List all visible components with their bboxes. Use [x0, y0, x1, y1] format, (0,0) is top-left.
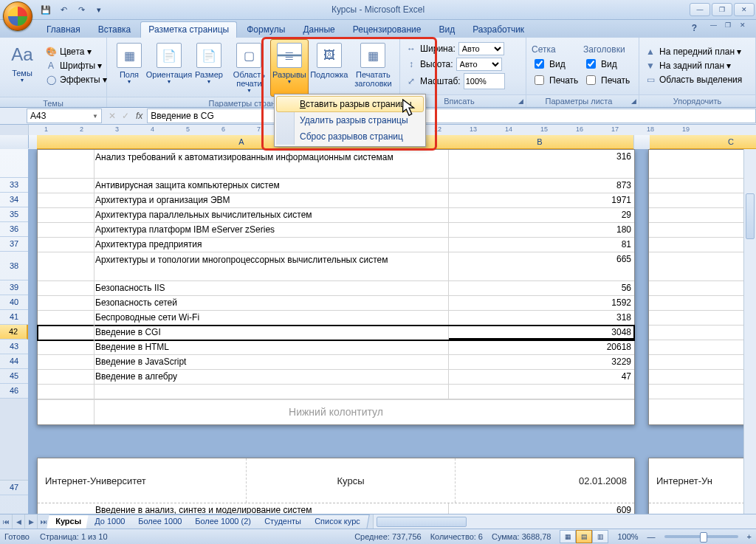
sheet-tab[interactable]: Список курс [306, 514, 369, 529]
cell-b[interactable]: 316 [449, 150, 634, 178]
print-area-button[interactable]: ▢Область печати▼ [230, 39, 269, 97]
table-row[interactable]: Антивирусная защита компьютерных систем8… [38, 179, 634, 193]
table-row[interactable]: Безопасность сетей1592 [38, 296, 634, 311]
zoom-out[interactable]: — [647, 532, 656, 541]
cell-b[interactable]: 1592 [449, 296, 634, 310]
cell-c[interactable] [649, 370, 744, 384]
fx-icon[interactable]: fx [136, 111, 142, 121]
tab-first[interactable]: ⏮ [0, 514, 13, 529]
maximize-button[interactable]: ❐ [712, 3, 732, 16]
cell-a[interactable]: Безопасность IIS [38, 281, 449, 295]
cell-c[interactable] [649, 252, 744, 280]
zoom-value[interactable]: 100% [617, 532, 638, 541]
row-header[interactable]: 34 [0, 193, 28, 207]
remove-page-break[interactable]: Удалить разрыв страницы [276, 112, 424, 128]
table-row[interactable] [649, 208, 744, 223]
cell-a[interactable]: Введение в CGI [38, 326, 449, 340]
background-button[interactable]: 🖼Подложка [310, 39, 348, 97]
tab-next[interactable]: ▶ [25, 514, 38, 529]
cell-c[interactable] [649, 281, 744, 295]
scale-width-input[interactable]: Авто [458, 42, 504, 55]
table-row[interactable]: Введение в CGI3048 [38, 326, 634, 340]
gridlines-view[interactable]: Вид [529, 56, 580, 72]
ribbon-help-icon[interactable]: ? [692, 23, 697, 33]
headings-view[interactable]: Вид [581, 56, 634, 72]
table-row[interactable]: Архитектура и организация ЭВМ1971 [38, 193, 634, 208]
table-row[interactable] [649, 252, 744, 281]
table-row[interactable]: Беспроводные сети Wi-Fi318 [38, 311, 634, 326]
cell-b[interactable]: 609 [449, 503, 634, 514]
table-row[interactable] [649, 385, 744, 399]
cell-a[interactable]: Беспроводные сети Wi-Fi [38, 311, 449, 325]
table-row[interactable] [649, 370, 744, 385]
tab-view[interactable]: Вид [430, 21, 463, 38]
qat-customize[interactable]: ▾ [92, 2, 106, 17]
theme-effects[interactable]: ◯Эффекты ▾ [43, 73, 109, 86]
table-row[interactable] [649, 326, 744, 340]
table-row[interactable]: Введение в алгебру47 [38, 370, 634, 385]
print-titles-button[interactable]: ▦Печатать заголовки [350, 39, 396, 97]
cell-b[interactable]: 180 [449, 223, 634, 237]
bring-to-front[interactable]: ▲На передний план ▾ [642, 45, 744, 58]
cell-b[interactable] [449, 385, 634, 399]
cell-a[interactable]: Архитектура платформ IBM eServer zSeries [38, 223, 449, 237]
cell-a[interactable]: Архитектуры и топологии многопроцессорны… [38, 252, 449, 280]
cell-c[interactable] [649, 193, 744, 207]
sheet-tab[interactable]: Курсы [47, 514, 90, 529]
table-row[interactable]: Анализ требований к автоматизированным и… [38, 150, 634, 179]
cell-a[interactable]: Анализ требований к автоматизированным и… [38, 150, 449, 178]
col-header-b[interactable]: B [446, 135, 634, 150]
table-row[interactable]: Введение в JavaScript3229 [38, 355, 634, 370]
tab-home[interactable]: Главная [38, 21, 89, 38]
table-row[interactable]: Архитектура параллельных вычислительных … [38, 208, 634, 223]
cell-b[interactable]: 29 [449, 208, 634, 222]
row-header[interactable]: 41 [0, 310, 28, 325]
cell-c[interactable] [649, 355, 744, 369]
table-row[interactable] [649, 355, 744, 370]
cell-b[interactable]: 318 [449, 311, 634, 325]
table-row[interactable] [38, 385, 634, 399]
cell-a[interactable]: Введение в HTML [38, 340, 449, 354]
row-header[interactable]: 38 [0, 252, 28, 280]
col-header-c[interactable]: C [650, 135, 756, 150]
cell-c[interactable] [649, 385, 744, 399]
row-header[interactable]: 39 [0, 280, 28, 295]
row-header[interactable]: 35 [0, 207, 28, 222]
cell-a[interactable]: Архитектура предприятия [38, 238, 449, 252]
cell-a[interactable]: Безопасность сетей [38, 296, 449, 310]
row-header[interactable]: 33 [0, 178, 28, 193]
scale-percent-input[interactable] [464, 73, 505, 89]
view-normal[interactable]: ▦ [560, 530, 576, 543]
table-row[interactable] [649, 340, 744, 355]
row-header[interactable]: 40 [0, 295, 28, 310]
row-header[interactable]: 43 [0, 340, 28, 354]
table-row[interactable] [649, 179, 744, 193]
send-to-back[interactable]: ▼На задний план ▾ [642, 59, 744, 72]
row-header[interactable]: 44 [0, 354, 28, 369]
cell-a[interactable] [38, 385, 449, 399]
tab-review[interactable]: Рецензирование [345, 21, 430, 38]
themes-button[interactable]: Aa Темы ▼ [3, 39, 41, 97]
zoom-slider[interactable] [664, 535, 738, 538]
table-row[interactable] [649, 223, 744, 238]
table-row[interactable] [649, 281, 744, 296]
sheetoptions-launcher[interactable]: ◢ [631, 95, 636, 107]
office-button[interactable] [3, 1, 32, 31]
mdi-close[interactable]: ✕ [740, 21, 752, 32]
row-header[interactable] [0, 149, 28, 178]
name-box[interactable]: A43▼ [27, 109, 102, 123]
page-header-region[interactable]: Интернет-Университет Курсы 02.01.2008 [38, 458, 634, 503]
row-header[interactable]: 47 [0, 481, 28, 495]
scale-launcher[interactable]: ◢ [518, 95, 523, 107]
close-button[interactable]: ✕ [734, 3, 755, 16]
table-row[interactable] [649, 193, 744, 208]
tab-data[interactable]: Данные [295, 21, 343, 38]
selection-pane[interactable]: ▭Область выделения [642, 73, 744, 86]
horizontal-scrollbar[interactable] [373, 514, 756, 529]
scale-height-input[interactable]: Авто [456, 58, 502, 71]
margins-button[interactable]: ▦Поля▼ [110, 39, 148, 97]
table-row[interactable]: Безопасность IIS56 [38, 281, 634, 296]
insert-page-break[interactable]: Вставить разрыв страницы [276, 96, 424, 112]
cell-c[interactable] [649, 208, 744, 222]
breaks-button[interactable]: ≣Разрывы▼ [270, 39, 309, 97]
